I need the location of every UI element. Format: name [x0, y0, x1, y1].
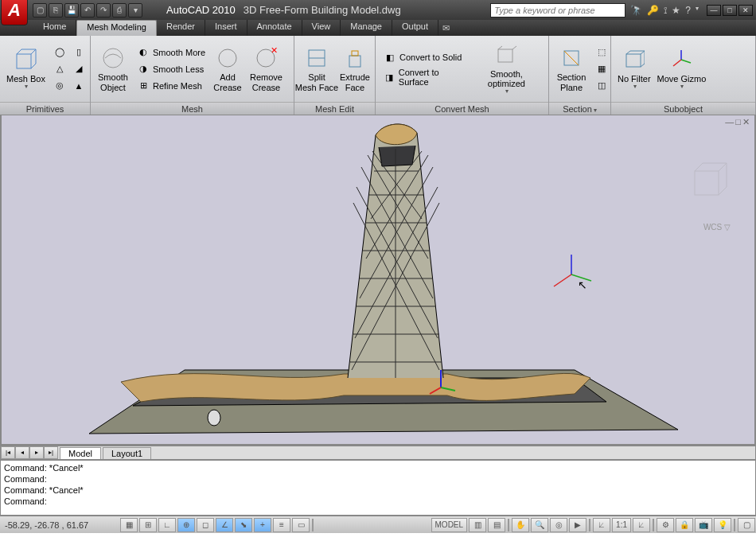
- quickview-drawings-icon[interactable]: ▤: [488, 518, 505, 532]
- tab-home[interactable]: Home: [33, 20, 76, 36]
- extrude-face-button[interactable]: Extrude Face: [336, 44, 374, 93]
- tab-extra-icon[interactable]: ✉: [438, 20, 453, 36]
- qat-dropdown-icon[interactable]: ▾: [128, 3, 142, 18]
- osnap-toggle[interactable]: ◻: [197, 518, 214, 532]
- zoom-icon[interactable]: 🔍: [531, 518, 548, 532]
- qat-save-icon[interactable]: 💾: [64, 3, 79, 18]
- tab-annotate[interactable]: Annotate: [247, 20, 302, 36]
- qat-print-icon[interactable]: ⎙: [112, 3, 127, 18]
- workspace-icon[interactable]: ⚙: [657, 518, 674, 532]
- split-mesh-face-button[interactable]: Split Mesh Face: [298, 44, 336, 93]
- smooth-optimized-button[interactable]: Smooth, optimized: [468, 41, 545, 97]
- qat-redo-icon[interactable]: ↷: [96, 3, 111, 18]
- svg-point-7: [219, 49, 236, 67]
- panel-convert-title: Convert Mesh: [376, 102, 548, 115]
- smooth-icon: [100, 45, 126, 71]
- panel-section-title[interactable]: Section: [549, 102, 610, 115]
- section-live-icon[interactable]: ▦: [594, 62, 610, 76]
- no-filter-button[interactable]: No Filter: [614, 45, 654, 92]
- object-isolation-icon[interactable]: 💡: [714, 518, 731, 532]
- smooth-object-button[interactable]: Smooth Object: [94, 44, 132, 93]
- close-button[interactable]: ✕: [738, 5, 753, 16]
- app-menu-button[interactable]: A: [1, 0, 28, 25]
- tab-insert[interactable]: Insert: [205, 20, 247, 36]
- dyn-toggle[interactable]: +: [254, 518, 271, 532]
- viewport[interactable]: — □ ✕ WCS ▽ ↖: [0, 115, 756, 446]
- star-icon[interactable]: ★: [672, 5, 680, 16]
- cone-icon[interactable]: △: [52, 62, 68, 76]
- convert-to-surface-button[interactable]: ◨Convert to Surface: [382, 67, 468, 88]
- section-plane-button[interactable]: Section Plane: [552, 44, 590, 93]
- minimize-button[interactable]: —: [707, 5, 721, 16]
- sphere-icon[interactable]: ◯: [52, 45, 68, 60]
- layout1-tab[interactable]: Layout1: [103, 447, 151, 459]
- cmd-line: Command: *Cancel*: [4, 462, 752, 473]
- snap-toggle[interactable]: ▦: [120, 518, 138, 532]
- annoscale-icon[interactable]: ⟀: [593, 518, 610, 532]
- refine-mesh-button[interactable]: ⊞Refine Mesh: [135, 79, 208, 93]
- tab-prev-icon[interactable]: ◂: [15, 446, 29, 459]
- command-window[interactable]: Command: *Cancel* Command: Command: *Can…: [0, 460, 756, 516]
- qat-new-icon[interactable]: ▢: [33, 3, 47, 18]
- svg-line-16: [512, 46, 516, 49]
- wheel-icon[interactable]: ◎: [550, 518, 567, 532]
- tab-next-icon[interactable]: ▸: [29, 446, 44, 459]
- toolbar-lock-icon[interactable]: 🔒: [676, 518, 693, 532]
- move-gizmo-button[interactable]: Move Gizmo: [654, 45, 710, 92]
- tab-view[interactable]: View: [302, 20, 341, 36]
- tab-first-icon[interactable]: |◂: [1, 446, 15, 459]
- key-icon[interactable]: 🔑: [647, 5, 659, 16]
- search-input[interactable]: [490, 3, 625, 18]
- smooth-more-button[interactable]: ◐Smooth More: [135, 45, 208, 60]
- add-crease-icon: [215, 45, 240, 71]
- annovis-icon[interactable]: ⟀: [633, 518, 650, 532]
- showmotion-icon[interactable]: ▶: [569, 518, 586, 532]
- grid-toggle[interactable]: ⊞: [139, 518, 157, 532]
- layout-tabs: |◂ ◂ ▸ ▸| Model Layout1: [0, 446, 756, 460]
- pan-icon[interactable]: ✋: [512, 518, 529, 532]
- help-icon[interactable]: ?: [685, 5, 691, 16]
- cylinder-icon[interactable]: ▯: [71, 45, 87, 60]
- section-jog-icon[interactable]: ⬚: [594, 45, 610, 60]
- wedge-icon[interactable]: ◢: [71, 62, 87, 76]
- svg-line-22: [641, 64, 645, 67]
- hardware-accel-icon[interactable]: 📺: [695, 518, 712, 532]
- model-tab[interactable]: Model: [60, 447, 101, 459]
- ortho-toggle[interactable]: ∟: [158, 518, 176, 532]
- gizmo-icon: [668, 47, 694, 72]
- tab-mesh-modeling[interactable]: Mesh Modeling: [76, 20, 157, 36]
- coordinates[interactable]: -58.29, -26.78 , 61.67: [0, 520, 119, 530]
- tab-output[interactable]: Output: [392, 20, 438, 36]
- qat-open-icon[interactable]: ⎘: [49, 3, 63, 18]
- polar-toggle[interactable]: ⊕: [177, 518, 195, 532]
- meshbox-button[interactable]: Mesh Box: [3, 45, 49, 92]
- dropdown-icon[interactable]: ▾: [696, 5, 699, 16]
- refine-icon: ⊞: [137, 80, 150, 92]
- smooth-less-button[interactable]: ◑Smooth Less: [135, 62, 208, 76]
- convert-to-solid-button[interactable]: ◧Convert to Solid: [382, 50, 468, 64]
- torus-icon[interactable]: ◎: [52, 79, 68, 93]
- section-block-icon[interactable]: ◫: [594, 79, 610, 93]
- cube-icon: [13, 47, 38, 72]
- window-controls: — □ ✕: [707, 5, 753, 16]
- remove-crease-button[interactable]: ✕ Remove Crease: [247, 44, 286, 93]
- binoculars-icon[interactable]: 🔭: [630, 5, 642, 16]
- model-space-button[interactable]: MODEL: [431, 518, 468, 532]
- add-crease-button[interactable]: Add Crease: [208, 44, 247, 93]
- scale-button[interactable]: 1:1: [612, 518, 631, 532]
- qp-toggle[interactable]: ▭: [292, 518, 310, 532]
- lwt-toggle[interactable]: ≡: [273, 518, 290, 532]
- quickview-layouts-icon[interactable]: ▥: [469, 518, 486, 532]
- maximize-button[interactable]: □: [723, 5, 737, 16]
- satellite-icon[interactable]: ⟟: [664, 5, 667, 16]
- solid-icon: ◧: [384, 51, 396, 64]
- otrack-toggle[interactable]: ∠: [216, 518, 233, 532]
- pyramid-icon[interactable]: ▲: [71, 79, 87, 93]
- model-rendering: [2, 115, 754, 446]
- tab-render[interactable]: Render: [157, 20, 205, 36]
- qat-undo-icon[interactable]: ↶: [80, 3, 95, 18]
- tab-manage[interactable]: Manage: [341, 20, 392, 36]
- cleanscreen-icon[interactable]: ▢: [738, 518, 755, 532]
- ducs-toggle[interactable]: ⬊: [235, 518, 252, 532]
- tab-last-icon[interactable]: ▸|: [44, 446, 58, 459]
